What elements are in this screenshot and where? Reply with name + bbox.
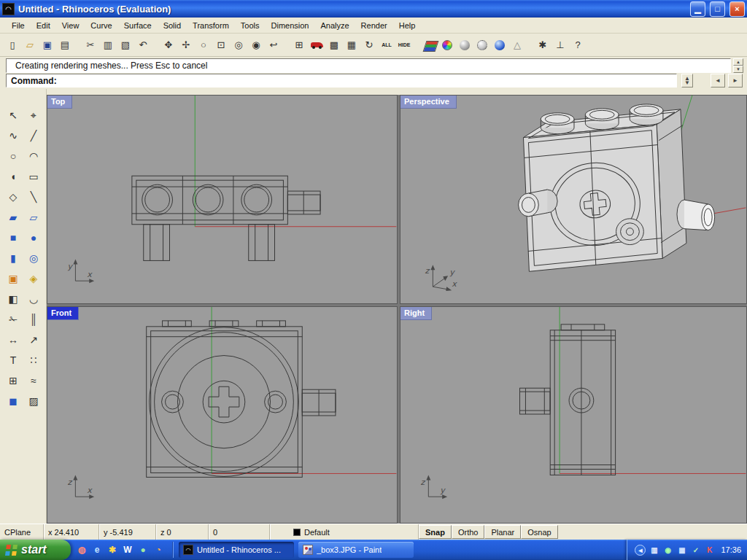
menu-dimension[interactable]: Dimension [266, 19, 315, 32]
taskbar-clock[interactable]: 17:36 [718, 545, 741, 554]
rhino-app-icon[interactable]: ◠ [2, 3, 15, 15]
open-file-icon[interactable]: ▱ [21, 36, 39, 54]
polygon-icon[interactable]: ◇ [3, 187, 23, 207]
antivirus-icon[interactable]: K [704, 545, 715, 556]
messenger-icon[interactable]: ● [136, 543, 150, 556]
car-icon[interactable] [308, 36, 325, 54]
copy-icon[interactable]: ▥ [99, 36, 117, 54]
torus-icon[interactable]: ◎ [23, 248, 44, 268]
viewport-top-label[interactable]: Top [47, 96, 72, 109]
refresh-view-icon[interactable]: ↻ [360, 36, 378, 54]
leader-icon[interactable]: ↗ [23, 330, 44, 350]
network-icon[interactable]: ▥ [649, 545, 659, 556]
cplane-pane[interactable]: CPlane [0, 524, 44, 540]
task-button-rhino[interactable]: ◠ Untitled - Rhinoceros ... [179, 542, 294, 558]
viewport-right[interactable]: Right [400, 306, 747, 524]
minimize-button[interactable]: ▁ [690, 1, 705, 17]
viewport-layout-icon[interactable]: ⊞ [290, 36, 308, 54]
hide-icon[interactable]: HIDE [395, 36, 413, 54]
menu-view[interactable]: View [56, 19, 85, 32]
save-icon[interactable]: ▣ [39, 36, 56, 54]
ortho-toggle[interactable]: Ortho [452, 525, 485, 539]
menu-solid[interactable]: Solid [158, 19, 187, 32]
split-icon[interactable]: ║ [23, 309, 44, 330]
updates-shield-icon[interactable]: ✓ [690, 545, 701, 556]
hide-tray-icons-icon[interactable]: ◂ [635, 545, 646, 556]
scroll-down-icon[interactable]: ▼ [733, 66, 743, 73]
viewport-top[interactable]: Top [47, 95, 398, 304]
line-icon[interactable]: ╲ [23, 187, 44, 207]
surface-icon[interactable]: ▰ [3, 207, 23, 228]
media-player-icon[interactable]: ◍ [75, 543, 88, 556]
planar-toggle[interactable]: Planar [484, 525, 521, 539]
close-button[interactable]: × [729, 1, 745, 17]
undo-icon[interactable]: ↶ [134, 36, 152, 54]
sphere-icon[interactable]: ● [23, 228, 44, 248]
shade-icon[interactable]: ▩ [325, 36, 343, 54]
command-next-button[interactable]: ► [728, 74, 743, 88]
menu-help[interactable]: Help [393, 19, 422, 32]
print-icon[interactable]: ▤ [56, 36, 74, 54]
volume-icon[interactable]: ◉ [662, 545, 673, 556]
menu-curve[interactable]: Curve [85, 19, 117, 32]
text-icon[interactable]: T [3, 350, 23, 370]
restore-button[interactable]: □ [710, 1, 725, 17]
zoom-all-icon[interactable]: ALL [378, 36, 395, 54]
layers-icon[interactable] [421, 36, 438, 54]
circle-icon[interactable]: ○ [3, 146, 23, 166]
msn-icon[interactable]: ✱ [106, 543, 119, 556]
menu-analyze[interactable]: Analyze [314, 19, 355, 32]
viewport-perspective[interactable]: Perspective [400, 95, 747, 304]
render-sphere-gray-icon[interactable] [456, 36, 473, 54]
zoom-window-icon[interactable]: ⊡ [212, 36, 230, 54]
command-spinner[interactable]: ▲▼ [681, 74, 693, 88]
boolean-icon[interactable]: ◧ [3, 289, 23, 309]
trim-icon[interactable]: ✁ [3, 309, 23, 330]
dimension-icon[interactable]: ↔ [3, 330, 23, 350]
zoom-dynamic-icon[interactable]: ○ [195, 36, 212, 54]
command-prev-button[interactable]: ◄ [711, 74, 725, 88]
viewport-front[interactable]: Front [47, 306, 398, 524]
ellipse-icon[interactable]: ◖ [3, 166, 23, 187]
menu-edit[interactable]: Edit [31, 19, 56, 32]
hatch-icon[interactable]: ▨ [23, 391, 44, 411]
scroll-up-icon[interactable]: ▲ [733, 58, 743, 66]
cplane-axis-icon[interactable]: ⊥ [551, 36, 569, 54]
menu-transform[interactable]: Transform [187, 19, 235, 32]
cut-icon[interactable]: ✂ [82, 36, 99, 54]
arc-icon[interactable]: ◠ [23, 146, 44, 166]
firefox-icon[interactable]: ◔ [152, 543, 165, 556]
render-sphere-blue-icon[interactable] [491, 36, 508, 54]
options-gear-icon[interactable]: ✱ [534, 36, 551, 54]
curve-icon[interactable]: ∿ [3, 125, 23, 146]
fillet-icon[interactable]: ◡ [23, 289, 44, 309]
render-sphere-checker-icon[interactable] [473, 36, 491, 54]
start-button[interactable]: start [0, 540, 71, 560]
osnap-toggle[interactable]: Osnap [521, 525, 557, 539]
word-icon[interactable]: W [121, 543, 134, 556]
display-icon[interactable]: ▦ [676, 545, 687, 556]
point-icon[interactable]: ⌖ [23, 105, 44, 125]
internet-explorer-icon[interactable]: e [90, 543, 104, 556]
loft-icon[interactable]: ▱ [23, 207, 44, 228]
offset-icon[interactable]: ≈ [23, 370, 44, 391]
zoom-extents-icon[interactable]: ◉ [247, 36, 265, 54]
viewport-perspective-label[interactable]: Perspective [400, 96, 457, 109]
cylinder-icon[interactable]: ▮ [3, 248, 23, 268]
viewport-front-label[interactable]: Front [47, 307, 79, 320]
previous-view-icon[interactable]: ↩ [265, 36, 282, 54]
new-file-icon[interactable]: ▯ [4, 36, 21, 54]
select-arrow-icon[interactable]: ↖ [3, 105, 23, 125]
zoom-selected-icon[interactable]: ◎ [230, 36, 247, 54]
viewport-right-label[interactable]: Right [400, 307, 432, 320]
menu-file[interactable]: File [6, 19, 31, 32]
pan-icon[interactable]: ✥ [160, 36, 177, 54]
menu-tools[interactable]: Tools [235, 19, 266, 32]
menu-surface[interactable]: Surface [118, 19, 158, 32]
picture-frame-icon[interactable]: ▣ [3, 268, 23, 289]
snap-toggle[interactable]: Snap [419, 525, 452, 539]
array-icon[interactable]: ⊞ [3, 370, 23, 391]
paste-icon[interactable]: ▧ [117, 36, 134, 54]
help-icon[interactable]: ? [569, 36, 587, 54]
point-grid-icon[interactable]: ∷ [23, 350, 44, 370]
